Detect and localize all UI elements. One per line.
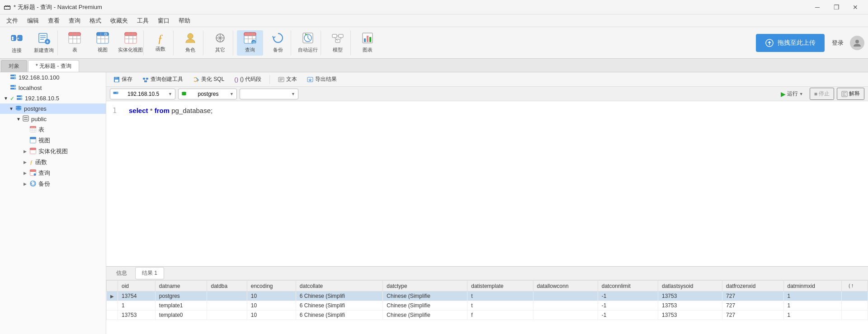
query-builder-button[interactable]: 查询创建工具 [139,74,187,85]
svg-point-69 [14,85,15,86]
col-oid[interactable]: oid [118,281,156,292]
col-datfrozenxid[interactable]: datfrozenxid [722,281,783,292]
text-button[interactable]: 文本 [274,74,301,85]
svg-point-76 [16,108,21,109]
code-snippet-button[interactable]: () () 代码段 [231,74,265,85]
chart-button[interactable]: 图表 [354,30,381,56]
svg-point-62 [855,40,859,43]
sidebar-item-queries[interactable]: ▶ 查询 [0,168,106,179]
sidebar-item-public[interactable]: ▼ public [0,114,106,124]
col-more[interactable]: （↑ [842,281,868,292]
svg-rect-91 [30,169,36,171]
col-datconnlimit[interactable]: datconnlimit [598,281,658,292]
connection-dropdown[interactable]: 192.168.10.5 ▼ [110,89,175,99]
other-button[interactable]: 其它 [207,30,233,56]
menu-view[interactable]: 查看 [43,15,64,27]
col-datallowconn[interactable]: datallowconn [533,281,598,292]
result-tab-info[interactable]: 信息 [110,268,133,279]
sidebar-label: 表 [38,126,44,134]
menu-window[interactable]: 窗口 [153,15,174,27]
app-icon: 🗃 [4,3,11,11]
run-button[interactable]: ▶ 运行 ▼ [777,89,807,99]
function-icon: ƒ [30,159,33,166]
query-icon [30,169,36,177]
login-label[interactable]: 登录 [832,39,844,47]
sidebar-item-192-168-10-100[interactable]: 192.168.10.100 [0,72,106,83]
close-button[interactable]: ✕ [846,0,864,14]
col-datlastsysoid[interactable]: datlastsysoid [658,281,722,292]
dropdown-arrow: ▼ [168,92,172,96]
col-datdba[interactable]: datdba [207,281,247,292]
role-button[interactable]: 角色 [177,30,203,56]
cell-oid: 13754 [118,292,156,301]
backup-button[interactable]: 备份 [265,30,291,56]
col-datname[interactable]: datname [155,281,207,292]
table-row[interactable]: ▶ 13754 postgres 10 6 Chinese (Simplifi … [107,292,868,301]
menu-help[interactable]: 帮助 [174,15,195,27]
col-datistemplate[interactable]: datistemplate [467,281,533,292]
svg-point-74 [21,99,22,99]
explain-button[interactable]: 解释 [837,88,864,100]
save-query-button[interactable]: 保存 [110,74,136,85]
sidebar-label: postgres [24,105,47,112]
col-encoding[interactable]: encoding [247,281,296,292]
cell-datname: template0 [155,310,207,320]
query-tool-button[interactable]: Q 查询 [237,30,263,56]
svg-rect-89 [30,148,36,150]
autorun-icon [302,32,314,46]
sidebar-item-mat-views[interactable]: ▶ 实体化视图 [0,146,106,157]
sidebar-item-functions[interactable]: ▶ ƒ 函数 [0,157,106,168]
sidebar-item-localhost[interactable]: localhost [0,83,106,93]
menu-tools[interactable]: 工具 [132,15,153,27]
database-dropdown[interactable]: postgres ▼ [178,89,237,99]
sql-editor[interactable]: 1 select * from pg_database; [106,101,868,266]
tab-query[interactable]: * 无标题 - 查询 [28,60,79,72]
table-button[interactable]: 表 [61,30,88,56]
maximize-button[interactable]: ❐ [827,0,845,14]
server-icon [10,74,16,81]
sidebar-item-views[interactable]: 视图 [0,135,106,146]
cell-datminmxid: 1 [783,310,842,320]
beautify-sql-button[interactable]: 美化 SQL [189,74,228,85]
sidebar-item-backup[interactable]: ▶ 备份 [0,179,106,189]
table-row[interactable]: 13753 template0 10 6 Chinese (Simplifi C… [107,310,868,320]
model-button[interactable]: 模型 [325,30,351,56]
result-tab-1[interactable]: 结果 1 [135,267,164,279]
menu-file[interactable]: 文件 [2,15,23,27]
col-datcollate[interactable]: datcollate [296,281,382,292]
connect-button[interactable]: + 连接 [4,30,30,56]
autorun-button[interactable]: 自动运行 [295,30,321,56]
cell-datconnlimit: -1 [598,292,658,301]
menu-format[interactable]: 格式 [85,15,106,27]
new-query-button[interactable]: + 新建查询 [32,30,58,56]
cell-extra [842,292,868,301]
svg-rect-78 [24,117,28,118]
view-button[interactable]: 视图 [90,30,116,56]
export-result-button[interactable]: 导出结果 [303,74,340,85]
model-icon [332,32,344,46]
cell-datlastsysoid: 13753 [658,292,722,301]
sidebar-item-192-168-10-5[interactable]: ▼ ✓ 192.168.10.5 [0,93,106,103]
table-row[interactable]: 1 template1 10 6 Chinese (Simplifi Chine… [107,301,868,310]
function-button[interactable]: ƒ 函数 [147,30,174,56]
col-datminmxid[interactable]: datminmxid [783,281,842,292]
database-value: postgres [198,91,219,97]
mat-view-button[interactable]: 实体化视图 [118,30,144,56]
menu-favorites[interactable]: 收藏夹 [106,15,132,27]
tab-object[interactable]: 对象 [1,60,27,72]
menu-edit[interactable]: 编辑 [23,15,43,27]
sidebar-item-tables[interactable]: 表 [0,124,106,135]
schema-dropdown[interactable]: ▼ [240,89,298,99]
upload-button[interactable]: 拖拽至此上传 [756,34,825,52]
function-label: 函数 [156,46,165,52]
stop-button[interactable]: ■ 停止 [810,88,834,100]
svg-rect-87 [30,137,36,139]
connect-icon: + [10,32,23,46]
query-tool-label: 查询 [245,47,255,53]
menu-query[interactable]: 查询 [64,15,85,27]
sidebar-label: 192.168.10.100 [19,74,59,81]
minimize-button[interactable]: ─ [808,0,826,14]
cell-encoding: 10 [247,301,296,310]
sidebar-item-postgres[interactable]: ▼ postgres [0,103,106,114]
col-datctype[interactable]: datctype [383,281,467,292]
